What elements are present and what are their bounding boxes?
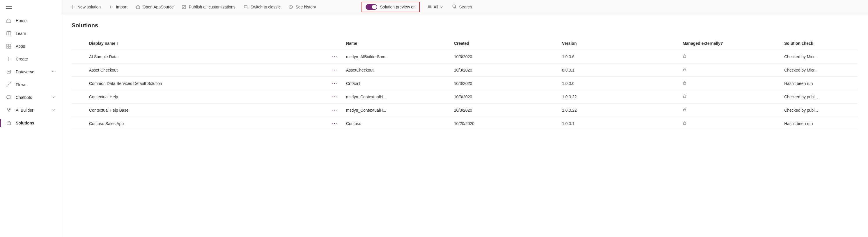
svg-rect-13 bbox=[136, 6, 140, 9]
open-appsource-button[interactable]: Open AppSource bbox=[132, 2, 177, 12]
cell-name: msdyn_AIBuilderSam... bbox=[343, 50, 451, 63]
sort-asc-icon: ↑ bbox=[117, 41, 119, 46]
table-row[interactable]: Contextual Help···msdyn_ContextualH...10… bbox=[72, 90, 858, 104]
sidebar-item-flows[interactable]: Flows bbox=[0, 78, 61, 91]
cell-check: Checked by Micr... bbox=[781, 63, 858, 77]
svg-rect-12 bbox=[8, 121, 10, 122]
sidebar-item-label: Solutions bbox=[16, 121, 34, 125]
sidebar-item-create[interactable]: Create bbox=[0, 53, 61, 65]
chevron-down-icon bbox=[52, 108, 55, 112]
cell-managed bbox=[680, 104, 781, 117]
search-input[interactable]: Search bbox=[449, 2, 475, 12]
new-solution-button[interactable]: New solution bbox=[67, 2, 104, 12]
bag-icon bbox=[136, 5, 140, 9]
cell-display-name: Contextual Help bbox=[72, 90, 313, 104]
preview-toggle[interactable] bbox=[366, 4, 377, 10]
preview-toggle-label: Solution preview on bbox=[380, 5, 416, 9]
solutions-table: Display name↑ Name Created Version Manag… bbox=[72, 37, 858, 130]
chat-icon bbox=[6, 95, 12, 100]
search-placeholder: Search bbox=[459, 5, 472, 9]
sidebar-item-dataverse[interactable]: Dataverse bbox=[0, 65, 61, 78]
svg-rect-19 bbox=[683, 69, 686, 71]
sidebar-item-ai-builder[interactable]: AI Builder bbox=[0, 104, 61, 116]
cell-name: Crf0ca1 bbox=[343, 77, 451, 90]
cell-version: 1.0.0.22 bbox=[559, 104, 680, 117]
col-created[interactable]: Created bbox=[451, 37, 559, 50]
svg-rect-11 bbox=[7, 122, 10, 125]
svg-rect-0 bbox=[7, 44, 8, 46]
ai-icon bbox=[6, 107, 12, 113]
plus-icon bbox=[70, 5, 75, 9]
list-icon bbox=[427, 4, 432, 10]
sidebar-item-learn[interactable]: Learn bbox=[0, 27, 61, 40]
cell-display-name: Asset Checkout bbox=[72, 63, 313, 77]
cell-version: 1.0.0.0 bbox=[559, 77, 680, 90]
sidebar-item-label: Dataverse bbox=[16, 69, 34, 74]
hamburger-menu[interactable] bbox=[0, 0, 61, 14]
svg-point-10 bbox=[8, 111, 9, 112]
filter-all-button[interactable]: All bbox=[424, 2, 446, 12]
sidebar-item-apps[interactable]: Apps bbox=[0, 40, 61, 53]
chevron-down-icon bbox=[52, 69, 55, 74]
table-row[interactable]: AI Sample Data···msdyn_AIBuilderSam...10… bbox=[72, 50, 858, 63]
cmd-label: Import bbox=[116, 5, 127, 9]
sidebar-item-label: Apps bbox=[16, 44, 25, 48]
svg-rect-22 bbox=[683, 109, 686, 111]
cell-version: 1.0.0.6 bbox=[559, 50, 680, 63]
svg-rect-21 bbox=[683, 96, 686, 98]
sidebar-item-chatbots[interactable]: Chatbots bbox=[0, 91, 61, 104]
table-row[interactable]: Contoso Sales App···Contoso10/20/20201.0… bbox=[72, 117, 858, 130]
col-version[interactable]: Version bbox=[559, 37, 680, 50]
chevron-down-icon bbox=[52, 95, 55, 100]
sidebar: HomeLearnAppsCreateDataverseFlowsChatbot… bbox=[0, 0, 61, 237]
svg-rect-2 bbox=[7, 46, 8, 48]
row-actions-button[interactable]: ··· bbox=[313, 50, 343, 63]
sidebar-item-label: Home bbox=[16, 18, 27, 23]
table-row[interactable]: Contextual Help Base···msdyn_ContextualH… bbox=[72, 104, 858, 117]
cmd-label: Switch to classic bbox=[251, 5, 281, 9]
sidebar-item-solutions[interactable]: Solutions bbox=[0, 116, 61, 129]
publish-all-button[interactable]: Publish all customizations bbox=[178, 2, 239, 12]
row-actions-button[interactable]: ··· bbox=[313, 104, 343, 117]
row-actions-button[interactable]: ··· bbox=[313, 90, 343, 104]
switch-classic-button[interactable]: Switch to classic bbox=[240, 2, 284, 12]
table-row[interactable]: Common Data Services Default Solution···… bbox=[72, 77, 858, 90]
main-area: New solution Import Open AppSource Publi… bbox=[61, 0, 868, 237]
cell-created: 10/20/2020 bbox=[451, 117, 559, 130]
solutions-icon bbox=[6, 120, 12, 126]
cell-version: 1.0.0.1 bbox=[559, 117, 680, 130]
sidebar-item-home[interactable]: Home bbox=[0, 14, 61, 27]
row-actions-button[interactable]: ··· bbox=[313, 117, 343, 130]
svg-point-5 bbox=[7, 86, 7, 87]
cell-version: 0.0.0.1 bbox=[559, 63, 680, 77]
content-area: Solutions Display name↑ Name Created Ver… bbox=[61, 15, 868, 237]
cmd-label: See history bbox=[296, 5, 316, 9]
row-actions-button[interactable]: ··· bbox=[313, 77, 343, 90]
col-check[interactable]: Solution check bbox=[781, 37, 858, 50]
col-display-name[interactable]: Display name↑ bbox=[72, 37, 313, 50]
svg-rect-15 bbox=[244, 5, 247, 8]
row-actions-button[interactable]: ··· bbox=[313, 63, 343, 77]
cell-check: Hasn't been run bbox=[781, 77, 858, 90]
lock-icon bbox=[683, 81, 687, 86]
sidebar-item-label: Learn bbox=[16, 31, 26, 36]
cell-created: 10/3/2020 bbox=[451, 63, 559, 77]
see-history-button[interactable]: See history bbox=[285, 2, 319, 12]
flows-icon bbox=[6, 82, 12, 88]
table-row[interactable]: Asset Checkout···AssetCheckout10/3/20200… bbox=[72, 63, 858, 77]
import-button[interactable]: Import bbox=[105, 2, 131, 12]
cell-check: Checked by publ... bbox=[781, 104, 858, 117]
sidebar-item-label: AI Builder bbox=[16, 108, 33, 112]
hamburger-icon bbox=[6, 5, 12, 9]
col-managed[interactable]: Managed externally? bbox=[680, 37, 781, 50]
cell-managed bbox=[680, 90, 781, 104]
cell-check: Hasn't been run bbox=[781, 117, 858, 130]
svg-rect-23 bbox=[683, 123, 686, 125]
cell-display-name: Contoso Sales App bbox=[72, 117, 313, 130]
lock-icon bbox=[683, 95, 687, 99]
cmd-label: Open AppSource bbox=[143, 5, 174, 9]
lock-icon bbox=[683, 55, 687, 59]
svg-rect-7 bbox=[7, 96, 11, 98]
col-name[interactable]: Name bbox=[343, 37, 451, 50]
home-icon bbox=[6, 18, 12, 24]
